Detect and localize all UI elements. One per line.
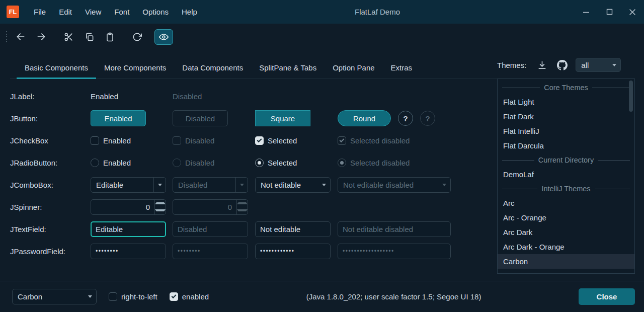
close-window-button[interactable] (621, 0, 644, 24)
menubar: File Edit View Font Options Help (27, 4, 204, 20)
jpasswordfield-enabled[interactable]: •••••••• (91, 244, 166, 259)
toolbar (0, 24, 644, 50)
tab-basic-components[interactable]: Basic Components (17, 58, 96, 79)
password-value: •••••••• (178, 248, 201, 255)
close-button[interactable]: Close (579, 288, 635, 305)
tab-extras[interactable]: Extras (383, 58, 421, 79)
jtextfield-not-editable[interactable]: Not editable (255, 221, 331, 237)
enabled-checkbox[interactable]: enabled (170, 292, 209, 301)
theme-item-demolaf[interactable]: DemoLaf (498, 167, 634, 182)
theme-item-flat-light[interactable]: Flat Light (498, 95, 634, 109)
menu-options[interactable]: Options (136, 4, 175, 20)
jbutton-round[interactable]: Round (338, 110, 391, 126)
tab-option-pane[interactable]: Option Pane (325, 58, 382, 79)
jspinner-enabled[interactable]: 0 (91, 199, 166, 215)
jbutton-enabled[interactable]: Enabled (91, 110, 146, 126)
checkbox-box-checked (170, 292, 178, 301)
menu-font[interactable]: Font (108, 4, 136, 20)
basic-components-form: JLabel: Enabled Disabled JButton: Enable… (10, 85, 497, 262)
checkbox-box (173, 136, 181, 145)
copy-button[interactable] (79, 28, 99, 45)
statusbar: Carbon right-to-left enabled (Java 1.8.0… (0, 281, 644, 312)
jcheckbox-disabled: Disabled (173, 136, 255, 145)
theme-item-arc[interactable]: Arc (498, 196, 634, 210)
theme-item-flat-dark[interactable]: Flat Dark (498, 109, 634, 124)
jcombobox-not-editable[interactable]: Not editable (255, 177, 331, 193)
window-title: FlatLaf Demo (181, 8, 574, 16)
password-value: •••••••••••••••••• (343, 248, 394, 255)
jtextfield-disabled: Disabled (173, 221, 248, 237)
theme-item-arc-dark[interactable]: Arc Dark (498, 225, 634, 240)
tab-splitpane-tabs[interactable]: SplitPane & Tabs (251, 58, 325, 79)
jcheckbox-enabled[interactable]: Enabled (91, 136, 173, 145)
github-icon (557, 60, 568, 70)
theme-item-flat-intellij[interactable]: Flat IntelliJ (498, 124, 634, 138)
textfield-value: Editable (96, 225, 123, 233)
refresh-button[interactable] (127, 28, 146, 45)
theme-item-flat-darcula[interactable]: Flat Darcula (498, 138, 634, 153)
theme-item-carbon[interactable]: Carbon (498, 254, 634, 269)
jtextfield-editable[interactable]: Editable (91, 221, 166, 237)
tab-data-components[interactable]: Data Components (174, 58, 251, 79)
jbutton-row-label: JButton: (10, 114, 91, 123)
paste-button[interactable] (100, 28, 119, 45)
jcombobox-editable[interactable]: Editable (91, 177, 166, 193)
radio-circle (173, 159, 181, 167)
spinner-value: 0 (173, 203, 236, 211)
jbutton-square[interactable]: Square (255, 110, 310, 126)
eye-icon (159, 32, 169, 42)
forward-button[interactable] (32, 28, 51, 45)
jradiobutton-selected[interactable]: Selected (255, 159, 338, 167)
spinner-up-button[interactable] (155, 200, 166, 207)
menu-edit[interactable]: Edit (52, 4, 78, 20)
minimize-icon (583, 9, 590, 16)
themes-scrollbar[interactable] (629, 81, 633, 272)
jradiobutton-enabled[interactable]: Enabled (91, 159, 173, 167)
themes-label: Themes: (497, 61, 526, 69)
show-hover-effects-toggle[interactable] (154, 29, 173, 45)
theme-item-arc-dark-orange[interactable]: Arc Dark - Orange (498, 240, 634, 254)
spinner-down-button[interactable] (155, 207, 166, 214)
menu-file[interactable]: File (27, 4, 52, 20)
textfield-value: Disabled (178, 225, 207, 233)
main-content: Basic Components More Components Data Co… (0, 50, 644, 281)
window-controls (575, 0, 644, 24)
menu-help[interactable]: Help (175, 4, 204, 20)
help-button[interactable]: ? (398, 111, 413, 126)
combobox-value: Not editable (256, 181, 318, 189)
themes-filter-combobox[interactable]: all (576, 58, 621, 72)
right-to-left-checkbox[interactable]: right-to-left (109, 292, 157, 301)
github-button[interactable] (553, 57, 571, 72)
theme-group-current-directory: Current Directory (498, 153, 634, 167)
cut-button[interactable] (59, 28, 78, 45)
toolbar-grip-handle[interactable] (6, 31, 7, 42)
download-themes-button[interactable] (533, 57, 550, 72)
lookandfeel-combobox[interactable]: Carbon (12, 289, 97, 304)
theme-group-core: Core Themes (498, 81, 634, 95)
tab-more-components[interactable]: More Components (96, 58, 174, 79)
chevron-down-icon[interactable] (318, 178, 330, 192)
minimize-button[interactable] (575, 0, 598, 24)
jpasswordfield-disabled: •••••••• (173, 244, 248, 259)
chevron-down-icon[interactable] (153, 178, 166, 192)
jpasswordfield-not-editable[interactable]: •••••••••••• (255, 244, 331, 259)
spinner-up-button (237, 200, 248, 207)
checkbox-box (91, 136, 99, 145)
jlabel-disabled: Disabled (173, 92, 255, 101)
scrollbar-thumb[interactable] (629, 81, 633, 112)
password-value: •••••••• (96, 248, 119, 255)
back-button[interactable] (11, 28, 30, 45)
radio-label: Selected (268, 159, 297, 167)
jcheckbox-selected[interactable]: Selected (255, 136, 338, 145)
checkbox-label: Selected (268, 136, 297, 145)
menu-view[interactable]: View (78, 4, 108, 20)
components-pane: Basic Components More Components Data Co… (0, 50, 497, 281)
jpasswordfield-not-editable-disabled: •••••••••••••••••• (338, 244, 451, 259)
maximize-button[interactable] (598, 0, 621, 24)
maximize-icon (606, 9, 613, 15)
radio-circle (91, 159, 99, 167)
spinner-value: 0 (91, 203, 154, 211)
password-value: •••••••••••• (260, 248, 294, 255)
theme-item-arc-orange[interactable]: Arc - Orange (498, 210, 634, 225)
jspinner-disabled: 0 (173, 199, 248, 215)
